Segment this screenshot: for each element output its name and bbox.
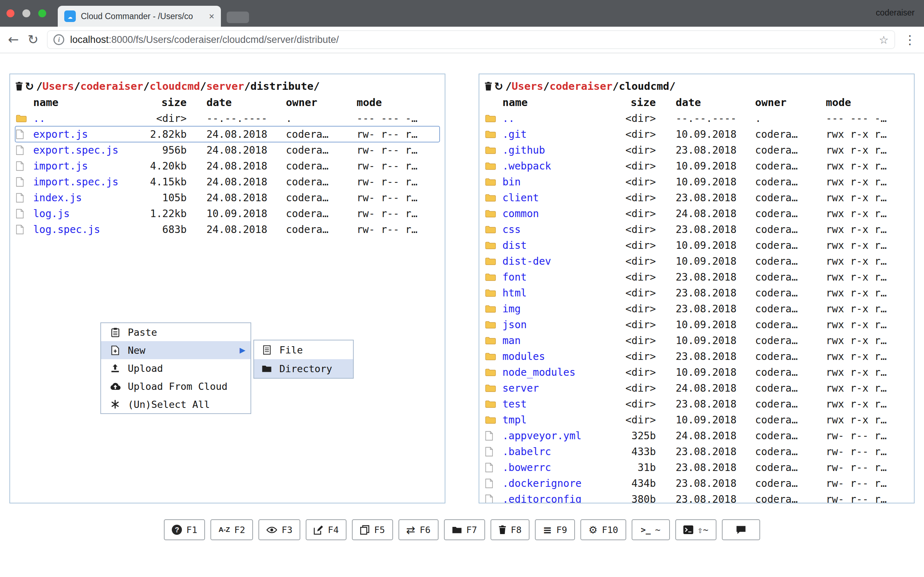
file-name: export.spec.js (33, 144, 123, 156)
column-header-mode[interactable]: mode (826, 96, 909, 108)
address-bar[interactable]: i localhost:8000/fs/Users/coderaiser/clo… (47, 30, 895, 49)
file-row-tmpl[interactable]: tmpl<dir>10.09.2018codera…rwx r-x r… (485, 412, 909, 428)
path-text: /distribute/ (244, 80, 320, 92)
profile-name[interactable]: coderaiser (876, 8, 914, 18)
file-row-dist[interactable]: dist<dir>10.09.2018codera…rwx r-x r… (485, 237, 909, 253)
refresh-icon[interactable]: ↻ (25, 80, 34, 93)
file-row-img[interactable]: img<dir>23.08.2018codera…rwx r-x r… (485, 301, 909, 317)
file-row-bowerrc[interactable]: .bowerrc31b23.08.2018codera…rw- r-- r… (485, 459, 909, 475)
submenu-item-directory[interactable]: Directory (254, 359, 353, 378)
window-close-button[interactable] (6, 10, 15, 17)
path-segment-link[interactable]: Users (512, 80, 543, 92)
file-size: 31b (593, 462, 656, 474)
file-row-index-js[interactable]: index.js105b24.08.2018codera…rw- r-- r… (15, 190, 439, 206)
reload-icon[interactable]: ↻ (27, 33, 38, 46)
menu-f9-button[interactable]: ≡F9 (535, 519, 575, 540)
move-f6-button[interactable]: ⇄F6 (399, 519, 439, 540)
file-row-babelrc[interactable]: .babelrc433b23.08.2018codera…rw- r-- r… (485, 443, 909, 459)
file-row-import-js[interactable]: import.js4.20kb24.08.2018codera…rw- r-- … (15, 158, 439, 174)
path-segment-link[interactable]: cloudcmd (149, 80, 200, 92)
file-row-test[interactable]: test<dir>23.08.2018codera…rwx r-x r… (485, 396, 909, 412)
inactive-tab[interactable] (227, 11, 249, 23)
chat-button[interactable] (722, 519, 760, 540)
file-row-up[interactable]: ..<dir>--.--.----.--- --- -… (15, 110, 439, 126)
console-button[interactable]: ⇧~ (675, 519, 716, 540)
file-row-man[interactable]: man<dir>10.09.2018codera…rwx r-x r… (485, 332, 909, 348)
file-owner: codera… (755, 493, 826, 504)
file-row-dist-dev[interactable]: dist-dev<dir>10.09.2018codera…rwx r-x r… (485, 253, 909, 269)
file-row-css[interactable]: css<dir>23.08.2018codera…rwx r-x r… (485, 221, 909, 237)
rename-f2-button[interactable]: A-ZF2 (210, 519, 253, 540)
menu-item-upload[interactable]: Upload (101, 359, 250, 377)
file-row-log-js[interactable]: log.js1.22kb10.09.2018codera…rw- r-- r… (15, 206, 439, 221)
folder-icon (485, 336, 496, 345)
help-f1-button[interactable]: ?F1 (164, 519, 205, 540)
cloud-upload-icon (109, 383, 121, 390)
file-row-server[interactable]: server<dir>24.08.2018codera…rwx r-x r… (485, 380, 909, 396)
path-segment-link[interactable]: coderaiser (80, 80, 143, 92)
menu-item-un-select-all[interactable]: (Un)Select All (101, 395, 250, 413)
file-row-dockerignore[interactable]: .dockerignore434b23.08.2018codera…rw- r-… (485, 475, 909, 491)
file-row-export-js[interactable]: export.js2.82kb24.08.2018codera…rw- r-- … (15, 126, 439, 142)
file-row-appveyor-yml[interactable]: .appveyor.yml325b24.08.2018codera…rw- r-… (485, 428, 909, 443)
column-header-mode[interactable]: mode (357, 96, 439, 108)
trash-icon[interactable] (485, 82, 492, 91)
file-mode: rw- r-- r… (826, 462, 909, 474)
panel-header-icons: ↻ (485, 80, 503, 93)
file-row-log-spec-js[interactable]: log.spec.js683b24.08.2018codera…rw- r-- … (15, 221, 439, 237)
column-header-owner[interactable]: owner (755, 96, 826, 108)
path-segment-link[interactable]: server (207, 80, 244, 92)
file-row-node-modules[interactable]: node_modules<dir>10.09.2018codera…rwx r-… (485, 364, 909, 380)
view-f3-button[interactable]: F3 (258, 519, 300, 540)
file-row-import-spec-js[interactable]: import.spec.js4.15kb24.08.2018codera…rw-… (15, 174, 439, 190)
trash-icon[interactable] (15, 82, 23, 91)
window-zoom-button[interactable] (38, 10, 46, 17)
submenu-item-file[interactable]: File (254, 340, 353, 359)
url-host: localhost (70, 34, 109, 45)
file-row-common[interactable]: common<dir>24.08.2018codera…rwx r-x r… (485, 206, 909, 221)
new-dir-f7-button[interactable]: F7 (444, 519, 485, 540)
file-row-client[interactable]: client<dir>23.08.2018codera…rwx r-x r… (485, 190, 909, 206)
column-header-owner[interactable]: owner (286, 96, 357, 108)
menu-item-new[interactable]: New▶ (101, 341, 250, 359)
file-row-json[interactable]: json<dir>10.09.2018codera…rwx r-x r… (485, 317, 909, 332)
refresh-icon[interactable]: ↻ (494, 80, 503, 93)
browser-menu-icon[interactable]: ⋮ (904, 32, 916, 47)
back-icon[interactable]: ← (8, 33, 19, 46)
column-header-date[interactable]: date (676, 96, 755, 108)
file-row-github[interactable]: .github<dir>23.08.2018codera…rwx r-x r… (485, 142, 909, 158)
file-row-export-spec-js[interactable]: export.spec.js956b24.08.2018codera…rw- r… (15, 142, 439, 158)
column-header-name[interactable]: name (502, 96, 593, 108)
edit-f4-button[interactable]: F4 (306, 519, 347, 540)
file-mode: rwx r-x r… (826, 382, 909, 394)
active-tab[interactable]: ☁ Cloud Commander - /Users/co × (58, 6, 221, 27)
config-f10-button[interactable]: ⚙F10 (580, 519, 626, 540)
column-header-date[interactable]: date (207, 96, 286, 108)
bookmark-star-icon[interactable]: ☆ (879, 34, 888, 46)
column-header-size[interactable]: size (593, 96, 656, 108)
file-row-bin[interactable]: bin<dir>10.09.2018codera…rwx r-x r… (485, 174, 909, 190)
file-row-editorconfig[interactable]: .editorconfig380b23.08.2018codera…rw- r-… (485, 491, 909, 503)
column-header-size[interactable]: size (123, 96, 187, 108)
path-segment-link[interactable]: coderaiser (549, 80, 612, 92)
path-segment-link[interactable]: Users (43, 80, 74, 92)
info-icon[interactable]: i (53, 34, 64, 45)
menu-item-paste[interactable]: Paste (101, 323, 250, 341)
delete-f8-button[interactable]: F8 (491, 519, 530, 540)
file-date: 24.08.2018 (207, 224, 286, 235)
file-row-up[interactable]: ..<dir>--.--.----.--- --- -… (485, 110, 909, 126)
menu-item-upload-from-cloud[interactable]: Upload From Cloud (101, 377, 250, 395)
window-minimize-button[interactable] (23, 10, 30, 17)
file-row-font[interactable]: font<dir>23.08.2018codera…rwx r-x r… (485, 269, 909, 285)
copy-f5-button[interactable]: F5 (352, 519, 393, 540)
file-mode: rwx r-x r… (826, 255, 909, 267)
terminal-button[interactable]: >_~ (632, 519, 670, 540)
file-name: export.js (33, 128, 123, 140)
column-header-name[interactable]: name (33, 96, 123, 108)
file-row-modules[interactable]: modules<dir>23.08.2018codera…rwx r-x r… (485, 348, 909, 364)
file-row-git[interactable]: .git<dir>10.09.2018codera…rwx r-x r… (485, 126, 909, 142)
file-row-webpack[interactable]: .webpack<dir>10.09.2018codera…rwx r-x r… (485, 158, 909, 174)
file-size: <dir> (593, 382, 656, 394)
tab-close-icon[interactable]: × (209, 11, 215, 22)
file-row-html[interactable]: html<dir>23.08.2018codera…rwx r-x r… (485, 285, 909, 301)
